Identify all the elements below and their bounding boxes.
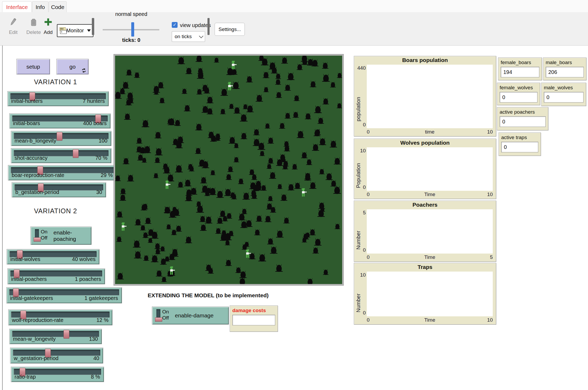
boar-agent <box>277 183 283 189</box>
boar-agent <box>284 83 292 91</box>
tab-code-label: Code <box>51 4 64 10</box>
go-button[interactable]: go <box>56 59 89 74</box>
slider-initial-wolves[interactable]: initial-wolves 40 wolves <box>7 249 99 264</box>
slider-value: 7 hunters <box>83 98 105 104</box>
slider-b-gestation-period[interactable]: b_gestation-period 30 <box>12 182 106 197</box>
slider-label: b_gestation-period <box>15 189 59 195</box>
boar-agent <box>137 153 144 161</box>
switch-enable-damage[interactable]: On Off enable-damage <box>152 307 229 325</box>
plot-xmax-tick: 10 <box>487 192 493 197</box>
boar-agent <box>268 171 277 179</box>
boar-agent <box>318 168 325 175</box>
slider-handle[interactable] <box>57 132 62 141</box>
plot-xlabel: Time <box>367 254 493 260</box>
boar-agent <box>215 189 225 198</box>
plot-xmax-tick: 10 <box>487 129 493 135</box>
boar-agent <box>306 277 314 284</box>
edit-tool-button[interactable]: Edit <box>5 18 22 35</box>
slider-wolf-reproduction-rate[interactable]: wolf-reproduction-rate 12 % <box>8 309 112 325</box>
speed-slider-track[interactable] <box>103 29 159 30</box>
slider-value: 40 <box>93 355 99 361</box>
boar-agent <box>210 169 216 176</box>
boar-agent <box>181 87 188 94</box>
monitor-label: male_boars <box>546 60 584 65</box>
setup-button[interactable]: setup <box>16 59 50 74</box>
slider-boar-reproduction-rate[interactable]: boar-reproduction-rate 29 % <box>8 165 117 180</box>
widget-chooser-dropdown[interactable]: abc5 Monitor <box>57 24 93 37</box>
toolbar: Edit Delete Add abc5 Monitor normal spee… <box>0 12 588 46</box>
boar-agent <box>141 118 150 128</box>
slider-initial-poachers[interactable]: initial-poachers 1 poachers <box>7 268 105 284</box>
switch-enable-poaching[interactable]: On Off enable-poaching <box>30 227 92 245</box>
update-mode-select[interactable]: on ticks <box>172 31 205 42</box>
boar-agent <box>159 245 166 252</box>
slider-initial-hunters[interactable]: initial-hunters 7 hunters <box>7 91 109 106</box>
monitor-label: active traps <box>501 135 538 140</box>
edit-tool-label: Edit <box>9 29 18 35</box>
tab-info[interactable]: Info <box>32 1 48 12</box>
switch-handle[interactable] <box>34 237 41 242</box>
boar-agent <box>150 254 159 263</box>
boar-agent <box>259 150 265 156</box>
boar-agent <box>221 215 229 222</box>
plot-ymin-tick: 0 <box>354 184 366 190</box>
hunter-agent <box>165 180 170 190</box>
slider-handle[interactable] <box>64 330 69 339</box>
slider-label: initial-wolves <box>10 256 40 262</box>
boar-agent <box>309 80 317 88</box>
monitor-active-poachers: active poachers 0 <box>497 107 548 130</box>
world-view[interactable] <box>114 54 343 285</box>
boar-agent <box>206 95 214 104</box>
boar-agent <box>304 171 312 180</box>
slider-initial-gatekeepers[interactable]: initial-gatekeepers 1 gatekeepers <box>6 287 122 303</box>
boar-agent <box>188 165 195 172</box>
view-updates-checkbox[interactable]: ✓ <box>172 22 178 28</box>
boar-agent <box>245 75 254 83</box>
slider-handle[interactable] <box>73 149 79 158</box>
boar-agent <box>250 192 258 199</box>
slider-track[interactable] <box>11 312 110 318</box>
boar-agent <box>116 235 123 242</box>
slider-mean-b-longevity[interactable]: mean-b_longevity 100 <box>11 131 111 146</box>
slider-track[interactable] <box>9 289 119 295</box>
slider-track[interactable] <box>13 350 100 356</box>
plot-ylabel: Number <box>355 217 361 250</box>
plot-ymax-tick: 440 <box>354 65 366 71</box>
switch-track[interactable] <box>156 309 160 321</box>
tab-code[interactable]: Code <box>49 1 67 12</box>
speed-slider-label: normal speed <box>102 11 161 17</box>
add-tool-button[interactable]: Add <box>40 17 57 35</box>
slider-ratio-trap[interactable]: ratio-trap 8 % <box>11 367 104 382</box>
plot-x-axis: 0 time 10 <box>367 129 493 135</box>
monitor-value: 206 <box>546 67 584 77</box>
boar-agent <box>322 268 329 275</box>
boar-agent <box>174 140 184 149</box>
hunter-agent <box>231 61 237 70</box>
boar-agent <box>334 223 341 229</box>
variation-2-heading: VARIATION 2 <box>8 207 103 215</box>
boar-agent <box>237 177 245 184</box>
slider-label: ratio-trap <box>15 374 36 380</box>
boar-agent <box>233 156 240 163</box>
boar-agent <box>132 239 142 248</box>
delete-tool-label: Delete <box>26 29 41 35</box>
switch-track[interactable] <box>35 229 39 241</box>
slider-track[interactable] <box>10 271 102 277</box>
interface-left-border <box>2 46 3 390</box>
slider-w-gestation-period[interactable]: w_gestation-period 40 <box>10 348 103 364</box>
slider-value: 1 gatekeepers <box>84 295 118 301</box>
speed-slider-handle[interactable] <box>131 22 134 37</box>
switch-handle[interactable] <box>155 317 162 322</box>
pencil-icon <box>9 18 17 28</box>
boar-agent <box>116 210 124 218</box>
boar-agent <box>241 207 248 215</box>
slider-shot-accuracy[interactable]: shot-accuracy 70 % <box>11 148 111 163</box>
slider-initial-boars[interactable]: initial-boars 400 boars <box>9 113 111 128</box>
slider-mean-w-longevity[interactable]: mean-w_longevity 130 <box>9 329 102 344</box>
slider-value: 8 % <box>91 374 100 380</box>
plot-ymax-tick: 10 <box>354 148 366 154</box>
tab-interface[interactable]: Interface <box>2 1 32 12</box>
boar-agent <box>286 71 295 81</box>
boar-agent <box>126 173 135 182</box>
settings-button[interactable]: Settings... <box>215 23 245 36</box>
